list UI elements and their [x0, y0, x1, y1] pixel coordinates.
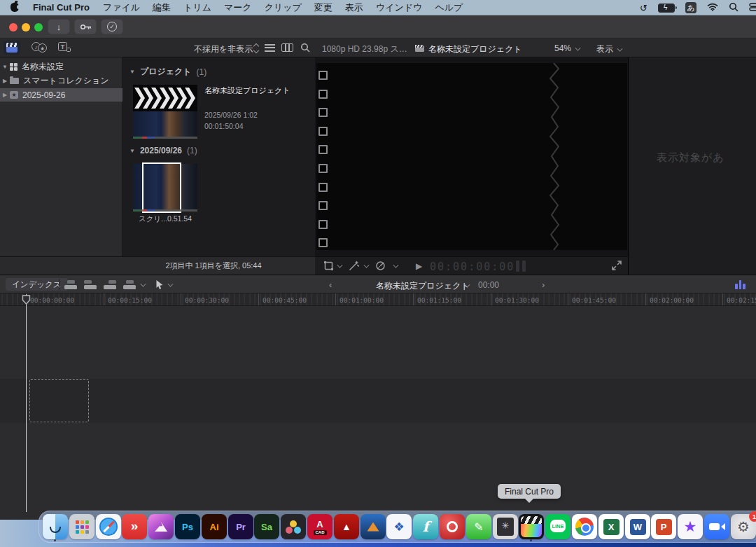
- dock-icon-camera-app[interactable]: [440, 514, 465, 539]
- menu-item-mark[interactable]: マーク: [218, 1, 258, 14]
- disclosure-right-icon[interactable]: ▶: [0, 78, 10, 84]
- viewer-zoom-dropdown[interactable]: 54%: [554, 43, 580, 53]
- chevron-down-icon[interactable]: [393, 263, 399, 268]
- transform-crop-icon[interactable]: [323, 261, 334, 271]
- clip-filename[interactable]: スクリ...0.51.54: [125, 214, 206, 224]
- dock-icon-line[interactable]: LINE: [545, 514, 570, 539]
- playhead-handle[interactable]: [22, 295, 31, 305]
- project-thumbnail[interactable]: [133, 85, 197, 139]
- disclosure-right-icon[interactable]: ▶: [0, 92, 10, 98]
- section-header-date[interactable]: ▼ 2025/09/26 (1): [130, 146, 197, 155]
- dock-icon-f-app[interactable]: f: [413, 514, 438, 539]
- dock-icon-blue-cubes-app[interactable]: [386, 514, 412, 539]
- list-view-button[interactable]: [265, 44, 275, 52]
- dock-icon-imovie[interactable]: [678, 514, 703, 539]
- section-header-projects[interactable]: ▼ プロジェクト (1): [130, 66, 206, 78]
- spotlight-search-icon[interactable]: [729, 2, 738, 14]
- retime-icon[interactable]: [375, 261, 386, 271]
- overwrite-clip-button[interactable]: [123, 280, 137, 289]
- input-source-icon[interactable]: あ: [685, 2, 696, 13]
- previous-project-arrow[interactable]: ‹: [329, 279, 332, 290]
- dock-icon-pen-app[interactable]: [466, 514, 491, 539]
- menu-item-view[interactable]: 表示: [339, 1, 370, 14]
- browser-search-icon[interactable]: [300, 43, 310, 53]
- menu-item-trim[interactable]: トリム: [177, 1, 218, 14]
- dock-icon-premiere-pro[interactable]: Pr: [228, 514, 253, 539]
- clip-filter-dropdown[interactable]: 不採用を非表示: [194, 43, 253, 55]
- dock-icon-autocad[interactable]: ACAD: [307, 514, 332, 539]
- sidebar-item-event[interactable]: ▶ ★ 2025-09-26: [0, 88, 122, 102]
- dock-icon-davinci-resolve[interactable]: [281, 514, 306, 539]
- audio-meters-mini[interactable]: [516, 261, 526, 272]
- time-machine-icon[interactable]: ↺: [640, 4, 648, 13]
- insert-clip-button[interactable]: [84, 280, 98, 289]
- playhead-line[interactable]: [26, 294, 27, 512]
- clip-selection-frame[interactable]: [142, 162, 181, 213]
- play-button[interactable]: ▶: [416, 261, 422, 271]
- dock-icon-illustrator[interactable]: Ai: [202, 514, 227, 539]
- menu-item-modify[interactable]: 変更: [308, 1, 339, 14]
- append-clip-button[interactable]: [104, 280, 118, 289]
- sidebar-library-row[interactable]: ▼ 名称未設定: [0, 60, 122, 74]
- photos-audio-sidebar-icon[interactable]: [31, 42, 48, 53]
- audio-meters-toggle-icon[interactable]: [735, 280, 746, 289]
- menu-item-window[interactable]: ウインドウ: [370, 1, 429, 14]
- disclosure-down-icon[interactable]: ▼: [130, 148, 135, 154]
- dock-icon-red-chevron-app[interactable]: [122, 514, 147, 539]
- fullscreen-expand-icon[interactable]: [612, 261, 622, 270]
- project-name[interactable]: 名称未設定プロジェクト: [204, 85, 291, 95]
- apple-menu-icon[interactable]: [10, 3, 19, 12]
- dock-icon-zoom[interactable]: [704, 514, 729, 539]
- dock-icon-acrobat[interactable]: [334, 514, 359, 539]
- dock-icon-3d-modeling-app[interactable]: [360, 514, 386, 539]
- dock-icon-finder[interactable]: [43, 514, 68, 539]
- dock-icon-final-cut-pro[interactable]: [519, 514, 544, 539]
- dock-icon-external-drive[interactable]: [493, 514, 518, 539]
- menu-item-edit[interactable]: 編集: [146, 1, 177, 14]
- show-browser-button[interactable]: [4, 41, 20, 55]
- chevron-down-icon[interactable]: [364, 263, 370, 268]
- wifi-icon[interactable]: [707, 3, 718, 13]
- dock-icon-launchpad[interactable]: [69, 514, 94, 539]
- background-tasks-button[interactable]: ✓: [101, 19, 123, 34]
- disclosure-down-icon[interactable]: ▼: [130, 69, 135, 75]
- dock-icon-excel[interactable]: X: [598, 514, 624, 539]
- select-tool-icon[interactable]: [155, 279, 164, 290]
- disclosure-down-icon[interactable]: ▼: [0, 64, 10, 70]
- timeline-selection-placeholder[interactable]: [29, 379, 89, 422]
- chevron-down-icon[interactable]: [141, 282, 146, 287]
- import-media-button[interactable]: ↓: [48, 19, 70, 34]
- dock-icon-photoshop[interactable]: Ps: [175, 514, 200, 539]
- dock-icon-safari[interactable]: [96, 514, 121, 539]
- menu-item-app[interactable]: Final Cut Pro: [26, 2, 97, 13]
- keyword-editor-button[interactable]: [74, 19, 97, 34]
- timeline-ruler[interactable]: 00:00:00:00 00:00:15:00 00:00:30:00 00:0…: [0, 293, 756, 306]
- chevron-down-icon[interactable]: [337, 263, 343, 268]
- close-window-button[interactable]: [9, 23, 18, 32]
- enhancements-wand-icon[interactable]: [349, 261, 359, 271]
- menu-item-clip[interactable]: クリップ: [258, 1, 308, 14]
- dock-icon-word[interactable]: W: [625, 514, 650, 539]
- control-center-icon[interactable]: [749, 3, 756, 13]
- menu-item-file[interactable]: ファイル: [97, 1, 146, 14]
- menu-item-help[interactable]: ヘルプ: [428, 1, 469, 14]
- filmstrip-view-button[interactable]: [281, 43, 293, 52]
- minimize-window-button[interactable]: [22, 23, 30, 32]
- viewer-view-dropdown[interactable]: 表示: [596, 43, 622, 55]
- sidebar-item-smart-collection[interactable]: ▶ スマートコレクション: [0, 74, 122, 88]
- dock-icon-system-settings[interactable]: 1: [731, 514, 756, 539]
- clip-thumbnail[interactable]: [133, 164, 197, 212]
- titles-generators-sidebar-icon[interactable]: [58, 42, 72, 53]
- connect-clip-button[interactable]: [64, 280, 78, 289]
- chevron-down-icon[interactable]: [168, 282, 174, 287]
- zoom-window-button[interactable]: [34, 23, 43, 32]
- next-project-arrow[interactable]: ›: [542, 279, 545, 290]
- battery-icon[interactable]: ϟ: [658, 4, 675, 13]
- dock-icon-powerpoint[interactable]: P: [651, 514, 676, 539]
- dock-icon-chrome[interactable]: [572, 514, 597, 539]
- viewer-format-info[interactable]: 1080p HD 23.98p ス…: [322, 43, 407, 55]
- dock-icon-sa-app[interactable]: Sa: [254, 514, 279, 539]
- timeline-project-dropdown[interactable]: 名称未設定プロジェクト: [376, 280, 470, 292]
- dock-icon-affinity-photo[interactable]: [148, 514, 174, 539]
- timeline-area[interactable]: [0, 306, 756, 520]
